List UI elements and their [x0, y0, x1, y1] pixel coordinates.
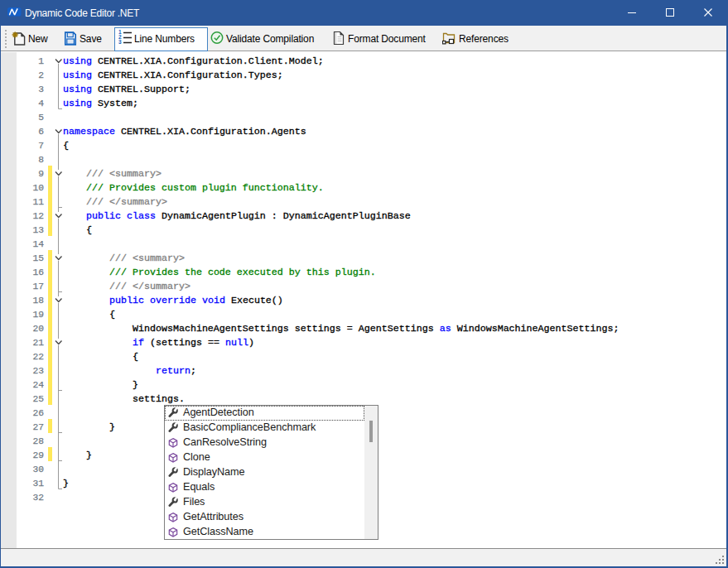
svg-text:3: 3: [118, 39, 122, 45]
